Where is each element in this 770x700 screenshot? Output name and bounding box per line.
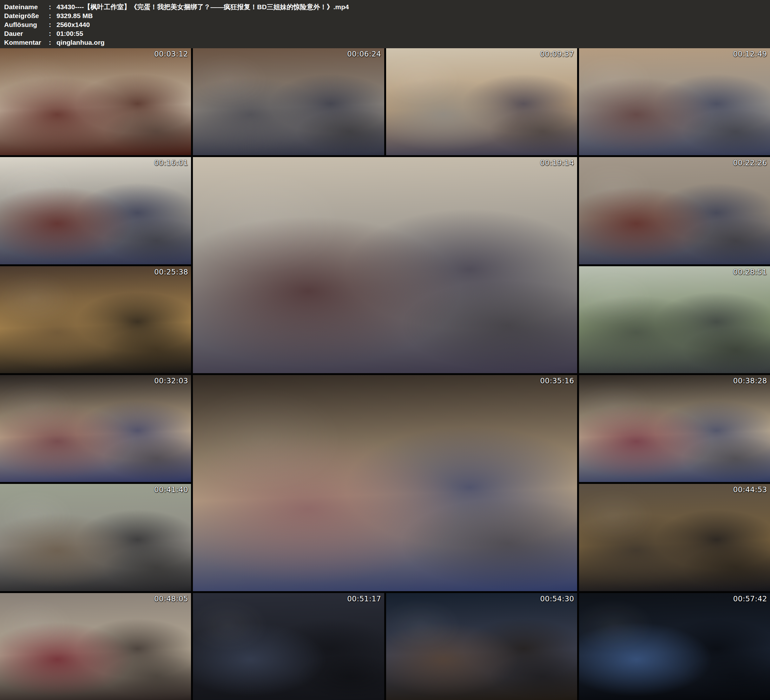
video-thumbnail-00-51-17[interactable]: 00:51:17 <box>193 593 384 700</box>
metadata-row-comment: Kommentar : qinglanhua.org <box>4 38 770 47</box>
resolution-value: 2560x1440 <box>57 20 770 29</box>
filename-value: 43430----【枫叶工作室】《完蛋！我把美女捆绑了？——疯狂报复！BD三姐妹… <box>57 3 770 11</box>
timestamp-overlay: 00:06:24 <box>347 50 381 58</box>
thumbnail-shading <box>579 266 770 373</box>
thumbnail-shading <box>0 593 191 700</box>
video-thumbnail-00-16-01[interactable]: 00:16:01 <box>0 157 191 264</box>
video-thumbnail-00-57-42[interactable]: 00:57:42 <box>579 593 770 700</box>
metadata-label: Kommentar <box>4 38 49 47</box>
video-thumbnail-00-03-12[interactable]: 00:03:12 <box>0 48 191 155</box>
timestamp-overlay: 00:38:28 <box>733 377 767 385</box>
video-thumbnail-00-22-26[interactable]: 00:22:26 <box>579 157 770 264</box>
video-thumbnail-00-35-16[interactable]: 00:35:16 <box>193 375 577 591</box>
metadata-label: Dateigröße <box>4 11 49 20</box>
thumbnail-shading <box>0 484 191 591</box>
thumbnail-shading <box>0 266 191 373</box>
thumbnail-grid: 00:03:1200:06:2400:09:3700:12:4900:16:01… <box>0 48 770 700</box>
video-thumbnail-00-38-28[interactable]: 00:38:28 <box>579 375 770 482</box>
thumbnail-shading <box>193 157 577 373</box>
metadata-separator: : <box>49 38 57 47</box>
metadata-label: Auflösung <box>4 20 49 29</box>
duration-value: 01:00:55 <box>57 29 770 38</box>
timestamp-overlay: 00:25:38 <box>154 268 188 276</box>
timestamp-overlay: 00:32:03 <box>154 377 188 385</box>
thumbnail-shading <box>579 157 770 264</box>
video-thumbnail-00-44-53[interactable]: 00:44:53 <box>579 484 770 591</box>
metadata-row-duration: Dauer : 01:00:55 <box>4 29 770 38</box>
video-thumbnail-00-12-49[interactable]: 00:12:49 <box>579 48 770 155</box>
video-thumbnail-00-25-38[interactable]: 00:25:38 <box>0 266 191 373</box>
metadata-row-filename: Dateiname : 43430----【枫叶工作室】《完蛋！我把美女捆绑了？… <box>4 3 770 11</box>
timestamp-overlay: 00:22:26 <box>733 159 767 167</box>
video-thumbnail-00-41-40[interactable]: 00:41:40 <box>0 484 191 591</box>
timestamp-overlay: 00:57:42 <box>733 595 767 603</box>
timestamp-overlay: 00:03:12 <box>154 50 188 58</box>
filesize-value: 9329.85 MB <box>57 11 770 20</box>
contact-sheet: Dateiname : 43430----【枫叶工作室】《完蛋！我把美女捆绑了？… <box>0 0 770 700</box>
video-thumbnail-00-09-37[interactable]: 00:09:37 <box>386 48 577 155</box>
video-thumbnail-00-19-14[interactable]: 00:19:14 <box>193 157 577 373</box>
timestamp-overlay: 00:35:16 <box>540 377 574 385</box>
thumbnail-shading <box>579 593 770 700</box>
timestamp-overlay: 00:51:17 <box>347 595 381 603</box>
timestamp-overlay: 00:09:37 <box>540 50 574 58</box>
metadata-separator: : <box>49 3 57 11</box>
thumbnail-shading <box>386 48 577 155</box>
thumbnail-shading <box>0 157 191 264</box>
thumbnail-shading <box>579 375 770 482</box>
thumbnail-shading <box>193 48 384 155</box>
timestamp-overlay: 00:48:05 <box>154 595 188 603</box>
video-thumbnail-00-32-03[interactable]: 00:32:03 <box>0 375 191 482</box>
thumbnail-shading <box>579 484 770 591</box>
video-thumbnail-00-48-05[interactable]: 00:48:05 <box>0 593 191 700</box>
metadata-header: Dateiname : 43430----【枫叶工作室】《完蛋！我把美女捆绑了？… <box>0 0 770 48</box>
thumbnail-shading <box>193 375 577 591</box>
timestamp-overlay: 00:28:51 <box>733 268 767 276</box>
metadata-row-filesize: Dateigröße : 9329.85 MB <box>4 11 770 20</box>
comment-value: qinglanhua.org <box>57 38 770 47</box>
timestamp-overlay: 00:54:30 <box>540 595 574 603</box>
timestamp-overlay: 00:12:49 <box>733 50 767 58</box>
video-thumbnail-00-54-30[interactable]: 00:54:30 <box>386 593 577 700</box>
metadata-label: Dauer <box>4 29 49 38</box>
thumbnail-shading <box>193 593 384 700</box>
metadata-separator: : <box>49 29 57 38</box>
metadata-separator: : <box>49 20 57 29</box>
timestamp-overlay: 00:19:14 <box>540 159 574 167</box>
timestamp-overlay: 00:41:40 <box>154 486 188 494</box>
thumbnail-shading <box>0 375 191 482</box>
metadata-label: Dateiname <box>4 3 49 11</box>
video-thumbnail-00-28-51[interactable]: 00:28:51 <box>579 266 770 373</box>
thumbnail-shading <box>386 593 577 700</box>
thumbnail-shading <box>579 48 770 155</box>
metadata-separator: : <box>49 11 57 20</box>
timestamp-overlay: 00:44:53 <box>733 486 767 494</box>
metadata-row-resolution: Auflösung : 2560x1440 <box>4 20 770 29</box>
thumbnail-shading <box>0 48 191 155</box>
video-thumbnail-00-06-24[interactable]: 00:06:24 <box>193 48 384 155</box>
timestamp-overlay: 00:16:01 <box>154 159 188 167</box>
